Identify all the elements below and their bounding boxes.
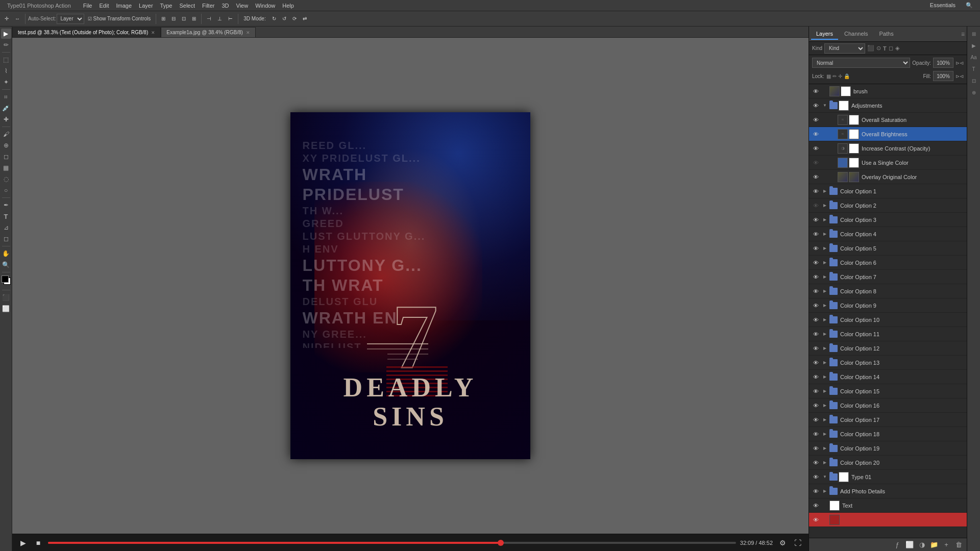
brush-tool-group[interactable]: ✏ (1, 40, 11, 50)
transform-btn-1[interactable]: ⊞ (159, 13, 168, 25)
3d-btn-2[interactable]: ↺ (280, 13, 289, 25)
menu-filter[interactable]: Filter (199, 2, 217, 10)
layer-item-color-15[interactable]: 👁 ▶ Color Option 15 (809, 384, 967, 398)
vis-color-13[interactable]: 👁 (811, 358, 820, 367)
3d-btn-3[interactable]: ⟳ (290, 13, 299, 25)
layer-item-photo-details[interactable]: 👁 ▶ Add Photo Details (809, 484, 967, 498)
menu-layer[interactable]: Layer (136, 2, 156, 10)
layer-item-color-12[interactable]: 👁 ▶ Color Option 12 (809, 341, 967, 356)
expand-color-9[interactable]: ▶ (821, 302, 828, 309)
hand-tool[interactable]: ✋ (1, 248, 11, 259)
tab-layers[interactable]: Layers (811, 29, 838, 40)
layer-item-color-3[interactable]: 👁 ▶ Color Option 3 (809, 213, 967, 227)
vis-color-12[interactable]: 👁 (811, 344, 820, 353)
auto-select-dropdown[interactable]: Layer Group (57, 14, 84, 24)
tab-test-psd-close[interactable]: ✕ (151, 30, 155, 35)
vis-color-10[interactable]: 👁 (811, 315, 820, 324)
3d-btn-1[interactable]: ↻ (270, 13, 279, 25)
fill-input[interactable] (933, 71, 953, 81)
menu-type[interactable]: Type (157, 2, 176, 10)
vis-type01[interactable]: 👁 (811, 472, 820, 482)
expand-color-2[interactable]: ▶ (821, 202, 828, 209)
eyedropper-tool[interactable]: 💉 (1, 103, 11, 113)
stop-button[interactable]: ■ (33, 537, 44, 548)
expand-color-14[interactable]: ▶ (821, 373, 828, 381)
brush-tool[interactable]: 🖌 (1, 129, 11, 139)
vis-brush[interactable]: 👁 (811, 87, 820, 96)
color-swatches[interactable] (2, 276, 11, 287)
pen-tool[interactable]: ✒ (1, 200, 11, 210)
menu-view[interactable]: View (233, 2, 252, 10)
layer-item-color-2[interactable]: 👁 ▶ Color Option 2 (809, 198, 967, 213)
eraser-tool[interactable]: ◻ (1, 152, 11, 162)
tab-paths[interactable]: Paths (874, 29, 899, 40)
expand-color-8[interactable]: ▶ (821, 288, 828, 295)
transform-btn-4[interactable]: ⊞ (189, 13, 199, 25)
rmp-btn-3[interactable]: Aa (969, 52, 979, 62)
menu-3d[interactable]: 3D (218, 2, 232, 10)
layer-item-overall-saturation[interactable]: 👁 ≈ Overall Saturation (809, 113, 967, 127)
vis-color-7[interactable]: 👁 (811, 272, 820, 282)
menu-window[interactable]: Window (252, 2, 278, 10)
opacity-input[interactable] (933, 58, 953, 68)
3d-btn-4[interactable]: ⇄ (300, 13, 309, 25)
zoom-tool[interactable]: 🔍 (1, 260, 11, 270)
layer-item-color-7[interactable]: 👁 ▶ Color Option 7 (809, 270, 967, 284)
vis-color-11[interactable]: 👁 (811, 330, 820, 339)
vis-text[interactable]: 👁 (811, 501, 820, 510)
progress-handle[interactable] (498, 540, 504, 546)
vis-color-14[interactable]: 👁 (811, 372, 820, 382)
vis-contrast[interactable]: 👁 (811, 144, 820, 153)
expand-color-10[interactable]: ▶ (821, 316, 828, 323)
lock-position-icon[interactable]: ✛ (838, 73, 842, 79)
magic-wand-tool[interactable]: ✦ (1, 77, 11, 87)
vis-color-5[interactable]: 👁 (811, 244, 820, 253)
transform-btn-2[interactable]: ⊟ (169, 13, 178, 25)
layer-item-color-17[interactable]: 👁 ▶ Color Option 17 (809, 413, 967, 427)
expand-color-15[interactable]: ▶ (821, 388, 828, 395)
layer-item-color-5[interactable]: 👁 ▶ Color Option 5 (809, 241, 967, 256)
layer-item-overall-brightness[interactable]: 👁 ≈ Overall Brightness (809, 127, 967, 141)
layer-item-single-color[interactable]: 👁 Use a Single Color (809, 156, 967, 170)
tab-example1a[interactable]: Example1a.jpg @ 38.4% (RGB/8) ✕ (161, 27, 256, 37)
new-fill-btn[interactable]: ◑ (917, 540, 927, 550)
layer-item-color-18[interactable]: 👁 ▶ Color Option 18 (809, 427, 967, 441)
vis-color-8[interactable]: 👁 (811, 287, 820, 296)
expand-color-19[interactable]: ▶ (821, 445, 828, 452)
vis-color-9[interactable]: 👁 (811, 301, 820, 310)
layer-item-color-8[interactable]: 👁 ▶ Color Option 8 (809, 284, 967, 298)
kind-icon-pixel[interactable]: ⬛ (867, 45, 874, 52)
vis-saturation[interactable]: 👁 (811, 115, 820, 124)
crop-tool[interactable]: ⌗ (1, 92, 11, 102)
rmp-btn-5[interactable]: ⊡ (969, 76, 979, 86)
add-mask-btn[interactable]: ⬜ (904, 540, 915, 550)
new-layer-btn[interactable]: + (941, 540, 951, 550)
rmp-btn-6[interactable]: ⊕ (969, 87, 979, 97)
rmp-btn-1[interactable]: ⊞ (969, 29, 979, 39)
lock-all-icon[interactable]: 🔒 (844, 73, 850, 79)
layer-item-adjustments[interactable]: 👁 ▼ Adjustments (809, 98, 967, 113)
expand-color-6[interactable]: ▶ (821, 259, 828, 266)
expand-color-4[interactable]: ▶ (821, 231, 828, 238)
lasso-tool[interactable]: ⌇ (1, 66, 11, 76)
progress-bar[interactable] (48, 542, 736, 544)
play-button[interactable]: ▶ (17, 537, 29, 548)
layer-item-color-9[interactable]: 👁 ▶ Color Option 9 (809, 298, 967, 313)
expand-color-13[interactable]: ▶ (821, 359, 828, 366)
layer-item-color-4[interactable]: 👁 ▶ Color Option 4 (809, 227, 967, 241)
vis-color-19[interactable]: 👁 (811, 444, 820, 453)
healing-tool[interactable]: ✚ (1, 114, 11, 124)
layer-item-color-19[interactable]: 👁 ▶ Color Option 19 (809, 441, 967, 456)
kind-icon-adjust[interactable]: ⊙ (876, 45, 881, 52)
layer-item-color-10[interactable]: 👁 ▶ Color Option 10 (809, 313, 967, 327)
expand-color-3[interactable]: ▶ (821, 216, 828, 223)
rmp-btn-4[interactable]: T (969, 64, 979, 74)
layer-item-text[interactable]: 👁 Text (809, 498, 967, 513)
opacity-arrows[interactable]: ⊳⊲ (955, 60, 964, 66)
vis-color-17[interactable]: 👁 (811, 415, 820, 424)
lock-image-icon[interactable]: ✏ (832, 73, 837, 79)
shape-tool[interactable]: ◻ (1, 234, 11, 244)
path-select-tool[interactable]: ⊿ (1, 222, 11, 233)
vis-brightness[interactable]: 👁 (811, 130, 820, 139)
menu-image[interactable]: Image (113, 2, 135, 10)
